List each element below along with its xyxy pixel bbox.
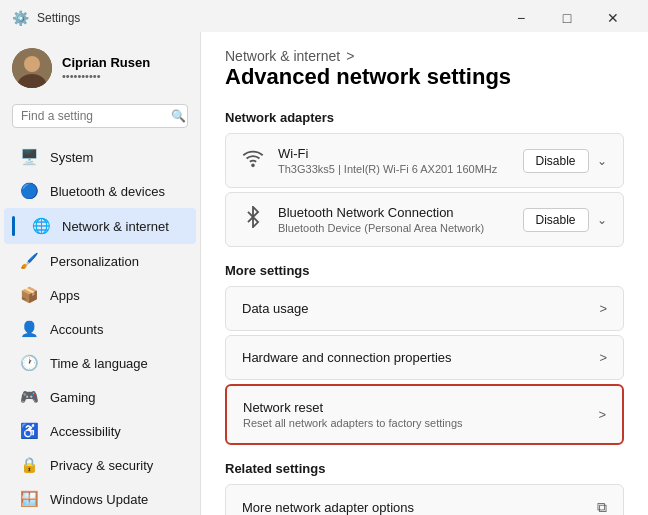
sidebar-item-apps[interactable]: 📦 Apps: [4, 278, 196, 312]
search-box[interactable]: 🔍: [12, 104, 188, 128]
bluetooth-adapter-card[interactable]: Bluetooth Network Connection Bluetooth D…: [225, 192, 624, 247]
windows-update-icon: 🪟: [20, 490, 38, 508]
sidebar-item-privacy[interactable]: 🔒 Privacy & security: [4, 448, 196, 482]
sidebar-item-system[interactable]: 🖥️ System: [4, 140, 196, 174]
active-indicator: [12, 216, 15, 236]
sidebar-nav: 🖥️ System 🔵 Bluetooth & devices 🌐 Networ…: [0, 140, 200, 515]
wifi-card-text: Wi-Fi Th3G33ks5 | Intel(R) Wi-Fi 6 AX201…: [278, 146, 515, 175]
sidebar-item-bluetooth[interactable]: 🔵 Bluetooth & devices: [4, 174, 196, 208]
more-adapter-options-card[interactable]: More network adapter options ⧉: [225, 484, 624, 515]
hardware-connection-label: Hardware and connection properties: [242, 350, 599, 365]
breadcrumb-current: Advanced network settings: [225, 64, 511, 90]
wifi-disable-button[interactable]: Disable: [523, 149, 589, 173]
bluetooth-chevron-icon: ⌄: [597, 213, 607, 227]
app-container: Ciprian Rusen •••••••••• 🔍 🖥️ System 🔵 B…: [0, 32, 648, 515]
data-usage-label: Data usage: [242, 301, 599, 316]
related-settings-section-title: Related settings: [225, 461, 624, 476]
breadcrumb-separator: >: [346, 48, 354, 64]
apps-icon: 📦: [20, 286, 38, 304]
breadcrumb-parent: Network & internet: [225, 48, 340, 64]
personalization-icon: 🖌️: [20, 252, 38, 270]
user-name: Ciprian Rusen: [62, 55, 150, 70]
wifi-title: Wi-Fi: [278, 146, 515, 161]
time-icon: 🕐: [20, 354, 38, 372]
network-reset-text: Network reset Reset all network adapters…: [243, 400, 598, 429]
sidebar-item-accessibility[interactable]: ♿ Accessibility: [4, 414, 196, 448]
network-reset-title: Network reset: [243, 400, 598, 415]
adapters-section-title: Network adapters: [225, 110, 624, 125]
network-icon: 🌐: [32, 217, 50, 235]
sidebar-item-gaming[interactable]: 🎮 Gaming: [4, 380, 196, 414]
maximize-button[interactable]: □: [544, 2, 590, 34]
wifi-subtitle: Th3G33ks5 | Intel(R) Wi-Fi 6 AX201 160MH…: [278, 163, 515, 175]
sidebar-item-label-privacy: Privacy & security: [50, 458, 153, 473]
more-adapter-options-label: More network adapter options: [242, 500, 597, 515]
bluetooth-action: Disable ⌄: [523, 208, 607, 232]
minimize-button[interactable]: −: [498, 2, 544, 34]
sidebar-item-label-bluetooth: Bluetooth & devices: [50, 184, 165, 199]
data-usage-card[interactable]: Data usage >: [225, 286, 624, 331]
title-bar: ⚙️ Settings − □ ✕: [0, 0, 648, 32]
more-adapter-external-icon: ⧉: [597, 499, 607, 515]
sidebar-item-personalization[interactable]: 🖌️ Personalization: [4, 244, 196, 278]
sidebar-item-label-gaming: Gaming: [50, 390, 96, 405]
avatar: [12, 48, 52, 88]
svg-point-3: [252, 164, 254, 166]
sidebar-item-label-accounts: Accounts: [50, 322, 103, 337]
network-reset-subtitle: Reset all network adapters to factory se…: [243, 417, 598, 429]
data-usage-chevron-icon: >: [599, 301, 607, 316]
sidebar-item-label-system: System: [50, 150, 93, 165]
network-reset-chevron-icon: >: [598, 407, 606, 422]
accessibility-icon: ♿: [20, 422, 38, 440]
sidebar-item-windows-update[interactable]: 🪟 Windows Update: [4, 482, 196, 515]
bluetooth-network-icon: [242, 206, 264, 233]
search-icon: 🔍: [171, 109, 186, 123]
bluetooth-card-text: Bluetooth Network Connection Bluetooth D…: [278, 205, 515, 234]
system-icon: 🖥️: [20, 148, 38, 166]
sidebar-item-network[interactable]: 🌐 Network & internet: [4, 208, 196, 244]
sidebar-item-label-network: Network & internet: [62, 219, 169, 234]
bluetooth-icon: 🔵: [20, 182, 38, 200]
sidebar-item-label-apps: Apps: [50, 288, 80, 303]
bluetooth-subtitle: Bluetooth Device (Personal Area Network): [278, 222, 515, 234]
more-settings-section-title: More settings: [225, 263, 624, 278]
sidebar-item-time[interactable]: 🕐 Time & language: [4, 346, 196, 380]
user-info: Ciprian Rusen ••••••••••: [62, 55, 150, 82]
sidebar-item-label-personalization: Personalization: [50, 254, 139, 269]
wifi-chevron-icon: ⌄: [597, 154, 607, 168]
user-email: ••••••••••: [62, 70, 150, 82]
network-reset-card[interactable]: Network reset Reset all network adapters…: [225, 384, 624, 445]
sidebar-item-label-windows-update: Windows Update: [50, 492, 148, 507]
wifi-action: Disable ⌄: [523, 149, 607, 173]
sidebar-item-label-accessibility: Accessibility: [50, 424, 121, 439]
bluetooth-title: Bluetooth Network Connection: [278, 205, 515, 220]
sidebar: Ciprian Rusen •••••••••• 🔍 🖥️ System 🔵 B…: [0, 32, 200, 515]
hardware-connection-card[interactable]: Hardware and connection properties >: [225, 335, 624, 380]
svg-point-1: [24, 56, 40, 72]
wifi-icon: [242, 147, 264, 174]
window-controls: − □ ✕: [498, 2, 636, 34]
breadcrumb: Network & internet > Advanced network se…: [225, 48, 624, 90]
wifi-adapter-card[interactable]: Wi-Fi Th3G33ks5 | Intel(R) Wi-Fi 6 AX201…: [225, 133, 624, 188]
close-button[interactable]: ✕: [590, 2, 636, 34]
gaming-icon: 🎮: [20, 388, 38, 406]
sidebar-item-accounts[interactable]: 👤 Accounts: [4, 312, 196, 346]
sidebar-item-label-time: Time & language: [50, 356, 148, 371]
search-input[interactable]: [21, 109, 171, 123]
privacy-icon: 🔒: [20, 456, 38, 474]
accounts-icon: 👤: [20, 320, 38, 338]
title-bar-title: Settings: [37, 11, 80, 25]
user-profile[interactable]: Ciprian Rusen ••••••••••: [0, 40, 200, 104]
settings-icon: ⚙️: [12, 10, 29, 26]
hardware-connection-chevron-icon: >: [599, 350, 607, 365]
main-content: Network & internet > Advanced network se…: [200, 32, 648, 515]
bluetooth-disable-button[interactable]: Disable: [523, 208, 589, 232]
